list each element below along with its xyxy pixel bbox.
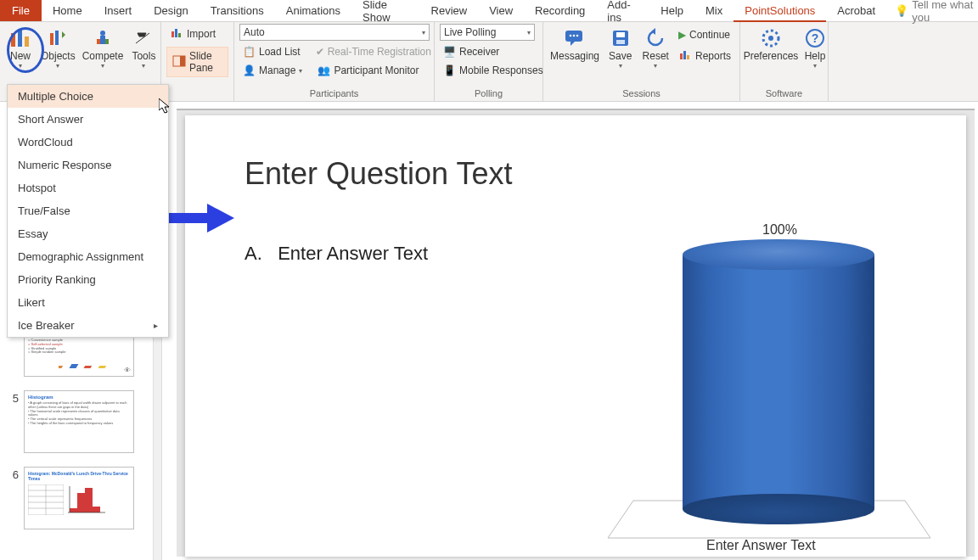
dropdown-item-wordcloud[interactable]: WordCloud	[8, 131, 168, 154]
new-icon	[7, 25, 34, 51]
svg-rect-21	[616, 32, 625, 37]
polling-combo[interactable]: Live Polling ▾	[440, 24, 535, 41]
dropdown-item-true-false[interactable]: True/False	[8, 199, 168, 222]
tools-button[interactable]: Tools ▾	[128, 24, 159, 71]
chevron-right-icon: ▸	[154, 321, 158, 330]
ribbon-group-participants: Auto ▾ 📋 Load List ✔ Real-Time Registrat…	[234, 22, 435, 101]
new-button[interactable]: New ▾	[5, 24, 36, 71]
check-icon: ✔	[316, 46, 324, 58]
tab-view[interactable]: View	[478, 0, 524, 21]
thumbnail-row[interactable]: 6 Histogram: McDonald's Lunch Drive-Thru…	[0, 467, 153, 529]
tab-home[interactable]: Home	[42, 0, 93, 21]
chevron-down-icon: ▾	[19, 62, 22, 70]
tab-mix[interactable]: Mix	[694, 0, 734, 21]
tab-animations[interactable]: Animations	[275, 0, 351, 21]
question-title[interactable]: Enter Question Text	[244, 156, 513, 192]
svg-point-28	[768, 36, 773, 41]
dropdown-item-likert[interactable]: Likert	[8, 291, 168, 314]
tab-transitions[interactable]: Transitions	[200, 0, 275, 21]
svg-marker-5	[62, 31, 65, 38]
slide-pane-button[interactable]: Slide Pane	[166, 47, 228, 77]
svg-marker-33	[207, 204, 234, 232]
svg-rect-0	[11, 33, 15, 47]
answer-text: Enter Answer Text	[278, 243, 428, 264]
svg-rect-14	[180, 56, 185, 66]
chart-category-label: Enter Answer Text	[706, 538, 816, 553]
mini-chart-icon	[59, 357, 118, 369]
dropdown-item-short-answer[interactable]: Short Answer	[8, 108, 168, 131]
compete-button[interactable]: Compete ▾	[81, 24, 126, 71]
tab-design[interactable]: Design	[143, 0, 199, 21]
load-list-button[interactable]: 📋 Load List	[239, 44, 304, 59]
bulb-icon: 💡	[895, 4, 908, 17]
help-button[interactable]: ? Help ▾	[800, 24, 830, 71]
reset-button[interactable]: Reset ▾	[639, 24, 671, 71]
objects-button[interactable]: Objects ▾	[39, 24, 77, 71]
mobile-responses-button[interactable]: 📱 Mobile Responses	[440, 63, 547, 78]
svg-rect-46	[85, 488, 93, 512]
tab-insert[interactable]: Insert	[93, 0, 143, 21]
dropdown-item-hotspot[interactable]: Hotspot	[8, 176, 168, 199]
receiver-button[interactable]: 🖥️ Receiver	[440, 44, 503, 59]
svg-rect-3	[50, 33, 53, 45]
answer-row[interactable]: A. Enter Answer Text	[244, 243, 428, 265]
tab-slide-show[interactable]: Slide Show	[351, 0, 419, 21]
svg-rect-9	[105, 39, 109, 44]
svg-rect-4	[55, 31, 59, 45]
save-button[interactable]: Save ▾	[604, 24, 636, 71]
manage-button[interactable]: 👤 Manage ▾	[239, 63, 306, 78]
mini-table-icon	[28, 484, 64, 515]
realtime-registration-button[interactable]: ✔ Real-Time Registration	[312, 44, 435, 59]
tab-pointsolutions[interactable]: PointSolutions	[734, 0, 826, 22]
file-tab[interactable]: File	[0, 0, 42, 21]
import-button[interactable]: Import	[166, 24, 219, 43]
dropdown-item-ice-breaker[interactable]: Ice Breaker▸	[8, 314, 168, 337]
objects-icon	[44, 25, 71, 51]
help-icon: ?	[801, 25, 829, 51]
dropdown-item-demographic[interactable]: Demographic Assignment	[8, 245, 168, 268]
slide-thumbnail[interactable]: Histogram: McDonald's Lunch Drive-Thru S…	[24, 467, 134, 529]
tab-recording[interactable]: Recording	[524, 0, 596, 21]
svg-rect-2	[25, 36, 29, 47]
reports-button[interactable]: Reports	[675, 46, 734, 65]
svg-marker-31	[159, 98, 169, 113]
chart-icon	[170, 25, 183, 42]
continue-button[interactable]: ▶ Continue	[675, 27, 734, 42]
svg-point-17	[570, 35, 572, 37]
slide-canvas[interactable]: Enter Question Text A. Enter Answer Text…	[185, 115, 966, 557]
chevron-down-icon: ▾	[422, 29, 425, 36]
participant-monitor-button[interactable]: 👥 Participant Monitor	[314, 63, 422, 78]
mini-histogram-icon	[66, 484, 109, 515]
tab-review[interactable]: Review	[420, 0, 479, 21]
messaging-button[interactable]: Messaging	[548, 24, 601, 64]
svg-text:?: ?	[812, 31, 819, 45]
dropdown-item-essay[interactable]: Essay	[8, 222, 168, 245]
scroll-track[interactable]	[153, 322, 162, 560]
svg-point-19	[576, 35, 579, 37]
tools-icon	[130, 25, 157, 51]
thumb-number: 6	[0, 467, 19, 529]
preferences-button[interactable]: Preferences	[745, 24, 796, 64]
chevron-down-icon: ▾	[527, 29, 531, 36]
slide-thumbnail[interactable]: Histogram • A graph consisting of bars o…	[24, 390, 134, 453]
tab-acrobat[interactable]: Acrobat	[826, 0, 886, 21]
tab-help[interactable]: Help	[649, 0, 694, 21]
ribbon-group-software: Preferences ? Help ▾ Software	[740, 22, 829, 101]
chart-cylinder	[683, 239, 878, 519]
dropdown-item-multiple-choice[interactable]: Multiple Choice	[8, 85, 168, 108]
tab-addins[interactable]: Add-ins	[596, 0, 649, 21]
dropdown-item-priority-ranking[interactable]: Priority Ranking	[8, 268, 168, 291]
dropdown-item-numeric-response[interactable]: Numeric Response	[8, 154, 168, 176]
thumbnail-scrollbar[interactable]: ▲ ▼	[153, 314, 164, 560]
gear-icon	[757, 25, 784, 51]
chart-icon	[678, 48, 692, 64]
thumbnail-row[interactable]: 5 Histogram • A graph consisting of bars…	[0, 390, 153, 453]
menubar: File Home Insert Design Transitions Anim…	[0, 0, 978, 22]
chart-percent-label: 100%	[762, 222, 797, 238]
svg-rect-25	[683, 51, 686, 59]
chevron-down-icon: ▾	[101, 62, 104, 70]
list-combo[interactable]: Auto ▾	[239, 24, 430, 41]
tell-me[interactable]: 💡 Tell me what you	[886, 0, 978, 21]
svg-marker-16	[570, 41, 576, 46]
software-label: Software	[745, 87, 823, 99]
